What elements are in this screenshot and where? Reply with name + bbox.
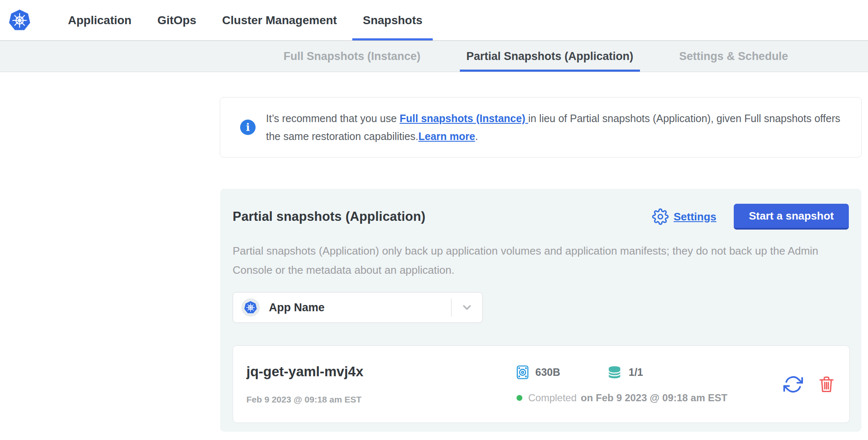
start-snapshot-button[interactable]: Start a snapshot <box>734 204 849 230</box>
snapshot-volumes-metric: 1/1 <box>607 365 643 379</box>
snapshot-volume-count: 1/1 <box>629 366 643 378</box>
info-banner-text: It’s recommend that you use Full snapsho… <box>266 110 845 145</box>
delete-snapshot-button[interactable] <box>819 375 834 393</box>
info-text-after: . <box>475 130 478 142</box>
info-banner: i It’s recommend that you use Full snaps… <box>220 97 862 158</box>
page-title: Partial snapshots (Application) <box>233 209 426 224</box>
panel-header-actions: Settings Start a snapshot <box>652 204 849 230</box>
nav-item-gitops[interactable]: GitOps <box>147 0 206 40</box>
snapshot-metrics: 630B 1/1 <box>517 365 783 380</box>
snapshot-status: Completed <box>528 392 577 404</box>
info-text-before: It’s recommend that you use <box>266 112 400 124</box>
tab-partial-snapshots[interactable]: Partial Snapshots (Application) <box>460 41 640 72</box>
snapshot-size-metric: 630B <box>517 365 560 380</box>
learn-more-link[interactable]: Learn more <box>418 130 475 142</box>
trash-icon <box>819 375 834 393</box>
gear-icon[interactable] <box>652 208 669 225</box>
snapshot-identity: jq-get-yaml-mvj4x Feb 9 2023 @ 09:18 am … <box>246 364 517 405</box>
subnav-tabs: Full Snapshots (Instance) Partial Snapsh… <box>277 41 795 72</box>
chevron-down-icon[interactable] <box>452 301 482 314</box>
disk-icon <box>517 365 529 380</box>
app-selector-value: App Name <box>269 301 325 314</box>
snapshot-name: jq-get-yaml-mvj4x <box>246 364 517 380</box>
panel-header: Partial snapshots (Application) Settings… <box>233 204 849 230</box>
settings-link[interactable]: Settings <box>674 210 717 223</box>
restore-snapshot-button[interactable] <box>783 375 803 394</box>
nav-item-snapshots[interactable]: Snapshots <box>352 0 433 40</box>
snapshot-status-row: Completed on Feb 9 2023 @ 09:18 am EST <box>517 392 783 404</box>
snapshot-size: 630B <box>535 366 560 378</box>
app-kubernetes-icon <box>241 298 260 317</box>
tab-settings-schedule[interactable]: Settings & Schedule <box>672 41 795 72</box>
snapshots-subnav: Full Snapshots (Instance) Partial Snapsh… <box>0 40 868 72</box>
database-icon <box>607 365 622 379</box>
snapshot-status-detail: on Feb 9 2023 @ 09:18 am EST <box>581 392 728 404</box>
kubernetes-logo <box>8 9 31 32</box>
nav-item-application[interactable]: Application <box>58 0 142 40</box>
panel-description: Partial snapshots (Application) only bac… <box>233 241 849 280</box>
snapshot-created-date: Feb 9 2023 @ 09:18 am EST <box>246 395 517 405</box>
nav-item-cluster-management[interactable]: Cluster Management <box>212 0 347 40</box>
status-dot-icon <box>517 395 522 401</box>
restore-icon <box>783 375 803 394</box>
top-navigation: Application GitOps Cluster Management Sn… <box>0 0 868 40</box>
main-nav: Application GitOps Cluster Management Sn… <box>58 0 433 40</box>
app-name-selector[interactable]: App Name <box>233 292 483 323</box>
snapshot-row: jq-get-yaml-mvj4x Feb 9 2023 @ 09:18 am … <box>233 345 850 423</box>
tab-full-snapshots[interactable]: Full Snapshots (Instance) <box>277 41 427 72</box>
full-snapshots-link[interactable]: Full snapshots (Instance) <box>400 112 528 124</box>
snapshot-actions <box>783 375 834 394</box>
snapshot-details: 630B 1/1 Completed on Feb 9 2023 @ 09:18… <box>517 365 783 404</box>
info-icon: i <box>240 120 256 135</box>
partial-snapshots-panel: Partial snapshots (Application) Settings… <box>220 189 861 432</box>
